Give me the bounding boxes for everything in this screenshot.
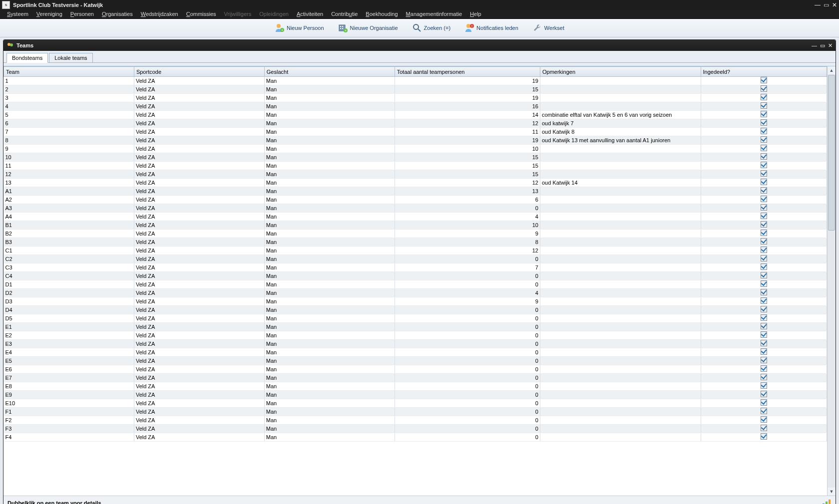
table-row[interactable]: F1Veld ZAMan0 [4,408,827,416]
cell-geslacht: Man [264,255,395,263]
table-row[interactable]: D4Veld ZAMan0 [4,306,827,314]
table-row[interactable]: C1Veld ZAMan12 [4,247,827,255]
table-row[interactable]: E6Veld ZAMan0 [4,365,827,374]
scroll-up-button[interactable]: ▲ [828,66,836,74]
table-row[interactable]: C3Veld ZAMan7 [4,263,827,272]
table-row[interactable]: A2Veld ZAMan6 [4,196,827,204]
tab-bondsteams[interactable]: Bondsteams [6,53,48,63]
table-row[interactable]: 7Veld ZAMan11oud Katwijk 8 [4,128,827,136]
checkmark-icon [761,102,767,109]
table-row[interactable]: A3Veld ZAMan0 [4,204,827,213]
cell-totaal: 0 [395,272,540,280]
table-row[interactable]: E10Veld ZAMan0 [4,399,827,408]
cell-opmerkingen: combinatie elftal van Katwijk 5 en 6 van… [540,111,701,119]
maximize-button[interactable]: ▭ [824,1,829,8]
table-row[interactable]: D5Veld ZAMan0 [4,314,827,323]
menu-personen[interactable]: Personen [67,10,97,17]
table-row[interactable]: 8Veld ZAMan19oud Katwijk 13 met aanvulli… [4,136,827,145]
checkmark-icon [761,331,767,338]
tab-lokale-teams[interactable]: Lokale teams [49,53,92,62]
checkmark-icon [761,77,767,83]
col-header[interactable]: Sportcode [134,67,264,77]
toolbar-werkset[interactable]: Werkset [532,23,564,33]
chart-wizard-icon[interactable] [822,498,832,504]
menu-vereniging[interactable]: Vereniging [33,10,65,17]
table-row[interactable]: E5Veld ZAMan0 [4,357,827,365]
table-row[interactable]: 4Veld ZAMan16 [4,102,827,111]
table-row[interactable]: 12Veld ZAMan15 [4,170,827,179]
col-header[interactable]: Ingedeeld? [701,67,827,77]
teams-close-button[interactable]: ✕ [828,42,833,49]
table-row[interactable]: A4Veld ZAMan4 [4,213,827,221]
table-row[interactable]: E8Veld ZAMan0 [4,382,827,391]
teams-maximize-button[interactable]: ▭ [820,42,825,49]
menu-wedstrijdzaken[interactable]: Wedstrijdzaken [138,10,181,17]
menu-organisaties[interactable]: Organisaties [99,10,136,17]
teams-minimize-button[interactable]: — [812,42,817,49]
cell-totaal: 12 [395,179,540,187]
table-row[interactable]: 10Veld ZAMan15 [4,153,827,162]
menu-systeem[interactable]: Systeem [4,10,31,17]
table-row[interactable]: F4Veld ZAMan0 [4,433,827,442]
cell-opmerkingen [540,289,701,297]
table-row[interactable]: D3Veld ZAMan9 [4,297,827,306]
table-row[interactable]: C2Veld ZAMan0 [4,255,827,263]
cell-geslacht: Man [264,357,395,365]
app-icon: s [2,1,10,9]
table-row[interactable]: F2Veld ZAMan0 [4,416,827,425]
toolbar-nieuw-persoon[interactable]: +Nieuw Persoon [275,23,324,33]
menu-boekhouding[interactable]: Boekhouding [363,10,401,17]
table-row[interactable]: B3Veld ZAMan8 [4,238,827,247]
cell-sportcode: Veld ZA [134,102,264,111]
cell-sportcode: Veld ZA [134,94,264,102]
toolbar-nieuwe-organisatie[interactable]: +Nieuwe Organisatie [338,23,398,33]
menu-help[interactable]: Help [467,10,484,17]
minimize-button[interactable]: — [815,1,821,8]
vertical-scrollbar[interactable]: ▲ ▼ [827,66,836,496]
cell-ingedeeld [701,238,827,247]
table-row[interactable]: 3Veld ZAMan19 [4,94,827,102]
table-row[interactable]: 11Veld ZAMan15 [4,162,827,170]
table-row[interactable]: E3Veld ZAMan0 [4,340,827,348]
table-row[interactable]: C4Veld ZAMan0 [4,272,827,280]
table-row[interactable]: E2Veld ZAMan0 [4,331,827,340]
cell-sportcode: Veld ZA [134,111,264,119]
cell-opmerkingen [540,416,701,425]
cell-geslacht: Man [264,102,395,111]
scroll-thumb[interactable] [828,75,835,231]
table-row[interactable]: 2Veld ZAMan15 [4,85,827,94]
table-row[interactable]: E4Veld ZAMan0 [4,348,827,357]
table-row[interactable]: E9Veld ZAMan0 [4,391,827,399]
cell-ingedeeld [701,382,827,391]
toolbar-notificaties-leden[interactable]: !Notificaties leden [464,23,518,33]
table-row[interactable]: 9Veld ZAMan10 [4,145,827,153]
col-header[interactable]: Geslacht [264,67,395,77]
table-row[interactable]: 1Veld ZAMan19 [4,77,827,85]
table-row[interactable]: 13Veld ZAMan12oud Katwijk 14 [4,179,827,187]
cell-team: E6 [4,365,134,374]
col-header[interactable]: Opmerkingen [540,67,701,77]
table-row[interactable]: A1Veld ZAMan13 [4,187,827,196]
cell-totaal: 15 [395,85,540,94]
table-row[interactable]: B1Veld ZAMan10 [4,221,827,230]
table-row[interactable]: 6Veld ZAMan12oud katwijk 7 [4,119,827,128]
table-row[interactable]: E7Veld ZAMan0 [4,374,827,382]
table-row[interactable]: B2Veld ZAMan9 [4,230,827,238]
table-row[interactable]: D1Veld ZAMan0 [4,280,827,289]
col-header[interactable]: Team [4,67,134,77]
menu-activiteiten[interactable]: Activiteiten [294,10,326,17]
scroll-down-button[interactable]: ▼ [828,488,836,496]
table-row[interactable]: F3Veld ZAMan0 [4,425,827,433]
toolbar-zoeken[interactable]: Zoeken (=) [412,23,451,33]
window-controls: — ▭ ✕ [815,1,837,8]
checkmark-icon [761,136,767,143]
table-row[interactable]: 5Veld ZAMan14combinatie elftal van Katwi… [4,111,827,119]
table-row[interactable]: D2Veld ZAMan4 [4,289,827,297]
close-button[interactable]: ✕ [832,1,837,8]
menu-contributie[interactable]: Contributie [328,10,361,17]
menu-commissies[interactable]: Commissies [183,10,219,17]
col-header[interactable]: Totaal aantal teampersonen [395,67,540,77]
cell-ingedeeld [701,399,827,408]
menu-managementinformatie[interactable]: Managementinformatie [403,10,465,17]
table-row[interactable]: E1Veld ZAMan0 [4,323,827,331]
